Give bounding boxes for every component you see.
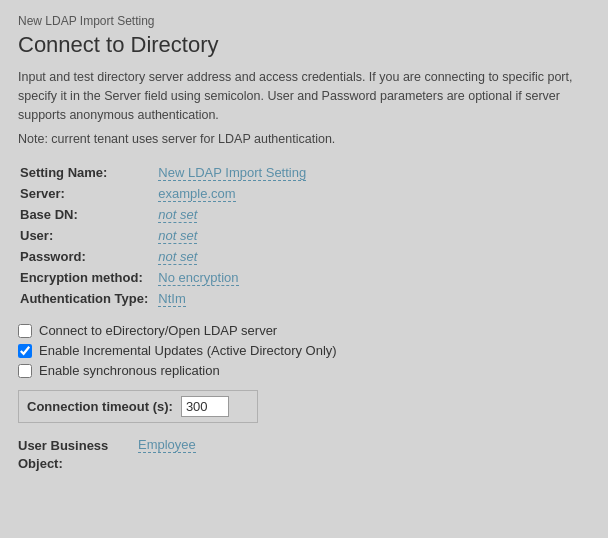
- description-text: Input and test directory server address …: [18, 68, 590, 124]
- timeout-input[interactable]: [181, 396, 229, 417]
- user-business-label: User BusinessObject:: [18, 437, 138, 473]
- note-text: Note: current tenant uses server for LDA…: [18, 132, 590, 146]
- timeout-row: Connection timeout (s):: [18, 390, 258, 423]
- checkbox-row-edir: Connect to eDirectory/Open LDAP server: [18, 323, 590, 338]
- checkbox-incremental-label[interactable]: Enable Incremental Updates (Active Direc…: [39, 343, 337, 358]
- field-label-5: Encryption method:: [18, 267, 156, 288]
- field-value-4: not set: [156, 246, 590, 267]
- field-link-4[interactable]: not set: [158, 249, 197, 265]
- field-link-0[interactable]: New LDAP Import Setting: [158, 165, 306, 181]
- field-label-1: Server:: [18, 183, 156, 204]
- field-value-2: not set: [156, 204, 590, 225]
- field-value-5: No encryption: [156, 267, 590, 288]
- field-row-3: User:not set: [18, 225, 590, 246]
- field-label-6: Authentication Type:: [18, 288, 156, 309]
- field-label-3: User:: [18, 225, 156, 246]
- checkboxes-section: Connect to eDirectory/Open LDAP server E…: [18, 323, 590, 378]
- user-business-value: Employee: [138, 437, 196, 452]
- checkbox-sync-label[interactable]: Enable synchronous replication: [39, 363, 220, 378]
- field-row-6: Authentication Type:NtIm: [18, 288, 590, 309]
- field-label-4: Password:: [18, 246, 156, 267]
- page-container: New LDAP Import Setting Connect to Direc…: [0, 0, 608, 538]
- field-row-2: Base DN:not set: [18, 204, 590, 225]
- checkbox-edir-label[interactable]: Connect to eDirectory/Open LDAP server: [39, 323, 277, 338]
- field-link-2[interactable]: not set: [158, 207, 197, 223]
- field-label-0: Setting Name:: [18, 162, 156, 183]
- checkbox-row-incremental: Enable Incremental Updates (Active Direc…: [18, 343, 590, 358]
- field-link-3[interactable]: not set: [158, 228, 197, 244]
- field-link-5[interactable]: No encryption: [158, 270, 238, 286]
- field-value-3: not set: [156, 225, 590, 246]
- field-row-5: Encryption method:No encryption: [18, 267, 590, 288]
- page-title: Connect to Directory: [18, 32, 590, 58]
- user-business-link[interactable]: Employee: [138, 437, 196, 453]
- timeout-label: Connection timeout (s):: [27, 399, 173, 414]
- user-business-row: User BusinessObject: Employee: [18, 437, 590, 473]
- checkbox-row-sync: Enable synchronous replication: [18, 363, 590, 378]
- field-value-6: NtIm: [156, 288, 590, 309]
- field-link-6[interactable]: NtIm: [158, 291, 185, 307]
- field-row-1: Server:example.com: [18, 183, 590, 204]
- checkbox-edir[interactable]: [18, 324, 32, 338]
- checkbox-sync[interactable]: [18, 364, 32, 378]
- field-row-4: Password:not set: [18, 246, 590, 267]
- field-link-1[interactable]: example.com: [158, 186, 235, 202]
- checkbox-incremental[interactable]: [18, 344, 32, 358]
- field-value-0: New LDAP Import Setting: [156, 162, 590, 183]
- field-label-2: Base DN:: [18, 204, 156, 225]
- field-row-0: Setting Name:New LDAP Import Setting: [18, 162, 590, 183]
- breadcrumb: New LDAP Import Setting: [18, 14, 590, 28]
- settings-table: Setting Name:New LDAP Import SettingServ…: [18, 162, 590, 309]
- field-value-1: example.com: [156, 183, 590, 204]
